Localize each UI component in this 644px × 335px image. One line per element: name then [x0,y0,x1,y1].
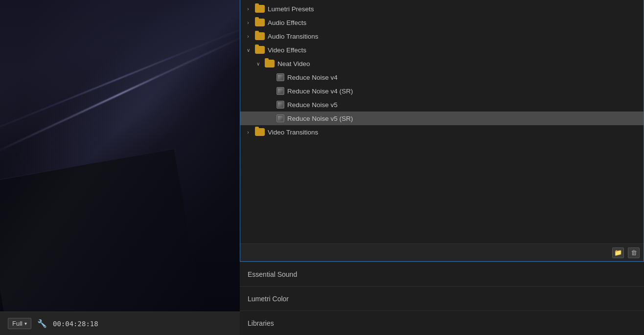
panel-label-lumetri-color: Lumetri Color [248,295,289,303]
effects-tree: ›Lumetri Presets›Audio Effects›Audio Tra… [240,0,644,244]
quality-selector[interactable]: Full ▾ [8,318,31,329]
chevron-spacer-reduce-noise-v4-sr [266,87,274,95]
folder-icon-video-effects [255,46,265,54]
tree-label-audio-transitions: Audio Transitions [268,33,319,40]
folder-icon-lumetri-presets [255,5,265,13]
panel-label-essential-sound: Essential Sound [248,270,297,278]
panel-item-essential-sound[interactable]: Essential Sound [240,262,644,286]
tree-label-video-effects: Video Effects [268,46,306,54]
tree-item-reduce-noise-v4-sr[interactable]: Reduce Noise v4 (SR) [240,84,644,98]
tree-item-reduce-noise-v4[interactable]: Reduce Noise v4 [240,70,644,84]
video-frame [0,0,240,312]
chevron-neat-video: ∨ [254,60,262,67]
video-preview-panel: Full ▾ 🔧 00:04:28:18 [0,0,240,335]
tree-item-audio-effects[interactable]: ›Audio Effects [240,16,644,29]
chevron-lumetri-presets: › [244,5,252,13]
tree-item-reduce-noise-v5[interactable]: Reduce Noise v5 [240,98,644,112]
chevron-spacer-reduce-noise-v5 [266,101,274,109]
settings-wrench-icon[interactable]: 🔧 [37,319,47,328]
delete-button[interactable]: 🗑 [628,247,640,258]
bottom-panels: Essential SoundLumetri ColorLibraries [240,262,644,335]
light-streak-2 [0,0,240,169]
tree-label-audio-effects: Audio Effects [268,19,306,26]
chevron-video-effects: ∨ [244,46,252,54]
tree-label-reduce-noise-v5-sr: Reduce Noise v5 (SR) [287,115,353,122]
tree-item-neat-video[interactable]: ∨Neat Video [240,57,644,70]
quality-chevron-icon: ▾ [24,321,27,326]
panel-label-libraries: Libraries [248,319,274,327]
tree-label-neat-video: Neat Video [277,60,310,67]
tree-item-lumetri-presets[interactable]: ›Lumetri Presets [240,2,644,16]
tree-label-reduce-noise-v4-sr: Reduce Noise v4 (SR) [287,88,353,95]
delete-icon: 🗑 [631,249,637,256]
folder-icon-neat-video [265,60,275,67]
chevron-video-transitions: › [244,128,252,136]
tree-label-video-transitions: Video Transitions [268,129,318,136]
tree-label-reduce-noise-v5: Reduce Noise v5 [287,101,338,109]
tree-label-reduce-noise-v4: Reduce Noise v4 [287,74,338,81]
folder-icon-audio-effects [255,19,265,26]
chevron-spacer-reduce-noise-v5-sr [266,114,274,122]
tree-item-reduce-noise-v5-sr[interactable]: Reduce Noise v5 (SR) [240,112,644,125]
tree-item-audio-transitions[interactable]: ›Audio Transitions [240,29,644,43]
right-panel: ›Lumetri Presets›Audio Effects›Audio Tra… [240,0,644,335]
chevron-audio-transitions: › [244,32,252,40]
tree-item-video-transitions[interactable]: ›Video Transitions [240,125,644,139]
chevron-spacer-reduce-noise-v4 [266,73,274,81]
effects-browser-panel: ›Lumetri Presets›Audio Effects›Audio Tra… [240,0,644,262]
tree-item-video-effects[interactable]: ∨Video Effects [240,43,644,57]
effect-icon-reduce-noise-v5-sr [276,114,284,122]
quality-label: Full [12,320,23,327]
video-controls-bar: Full ▾ 🔧 00:04:28:18 [0,312,240,335]
chevron-audio-effects: › [244,19,252,26]
effect-icon-reduce-noise-v5 [276,101,284,109]
video-content-object [0,149,204,312]
panel-item-lumetri-color[interactable]: Lumetri Color [240,286,644,311]
effect-icon-reduce-noise-v4 [276,73,284,81]
tree-label-lumetri-presets: Lumetri Presets [268,5,314,13]
folder-add-icon: 📁 [614,249,622,256]
new-bin-button[interactable]: 📁 [612,247,624,258]
effect-icon-reduce-noise-v4-sr [276,87,284,95]
effects-toolbar: 📁 🗑 [240,244,644,261]
panel-item-libraries[interactable]: Libraries [240,311,644,335]
timecode-display: 00:04:28:18 [53,320,98,328]
folder-icon-video-transitions [255,128,265,136]
folder-icon-audio-transitions [255,32,265,40]
